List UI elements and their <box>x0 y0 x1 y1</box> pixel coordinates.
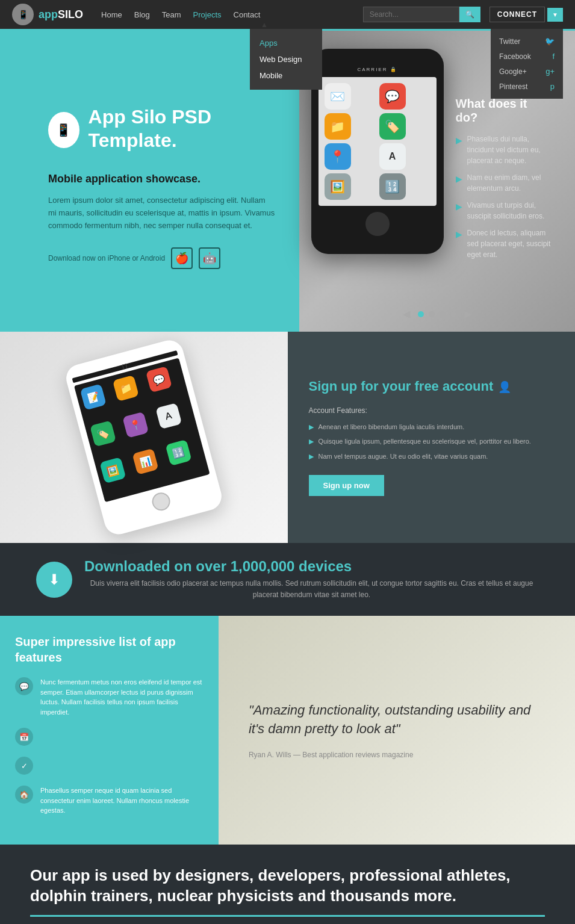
feature-row-1: 💬 Nunc fermentum metus non eros eleifend… <box>15 677 204 717</box>
ws-icon-6: A <box>155 403 182 429</box>
connect-button[interactable]: CONNECT <box>490 7 545 22</box>
acc-bullet-3: ▶ <box>309 451 314 462</box>
app-icon-maps: 📍 <box>325 143 351 170</box>
account-features-label: Account Features: <box>309 406 555 415</box>
pinterest-icon: p <box>550 82 555 91</box>
ws-icon-2: 📁 <box>113 375 139 402</box>
facebook-icon: f <box>552 52 555 61</box>
slider-next[interactable]: ▶ <box>461 308 474 320</box>
social-twitter[interactable]: Twitter 🐦 <box>491 34 563 49</box>
slider-dot-2[interactable] <box>429 311 435 317</box>
hero-subtitle: Mobile application showcase. <box>48 173 275 185</box>
hero-feature-1: ▶ Phasellus dui nulla, tincidunt vel dic… <box>456 134 551 166</box>
ws-icon-5: 📍 <box>122 412 149 438</box>
feature-row-3: ✓ <box>15 757 204 775</box>
acc-bullet-1: ▶ <box>309 422 314 432</box>
nav-team[interactable]: Team <box>162 10 181 19</box>
hero-feature-4: ▶ Donec id lectus, aliquam sed placerat … <box>456 228 551 260</box>
app-icon-msg: 💬 <box>379 83 406 110</box>
white-phone-home <box>150 491 172 513</box>
bullet-icon-1: ▶ <box>456 134 462 147</box>
ws-icon-4: 🏷️ <box>90 420 116 447</box>
hero-phone-mockup: CARRIER 🔒 ✉️ 💬 📁 🏷️ 📍 A 🖼️ 🔢 <box>311 49 444 254</box>
account-feature-1: ▶ Aenean et libero bibendum ligula iacul… <box>309 422 555 432</box>
search-input[interactable] <box>363 7 459 22</box>
download-banner-title: Downloaded on over 1,000,000 devices <box>84 558 539 575</box>
app-icon-files: 📁 <box>325 113 351 140</box>
logo-icon: 📱 <box>12 4 34 25</box>
social-pinterest[interactable]: Pinterest p <box>491 79 563 94</box>
nav-contact[interactable]: Contact <box>234 10 261 19</box>
connect-dropdown-menu: Twitter 🐦 Facebook f Google+ g+ Pinteres… <box>491 29 563 99</box>
features-quote-section: Super impressive list of app features 💬 … <box>0 616 575 845</box>
search-area: 🔍 <box>363 7 480 22</box>
free-account-section: ⎡⎤ 📝 📁 💬 🏷️ 📍 A 🖼️ 📊 🔢 Sign up for your … <box>0 332 575 543</box>
bullet-icon-3: ▶ <box>456 200 462 213</box>
ws-icon-3: 💬 <box>145 366 172 392</box>
hero-feature-3: ▶ Vivamus ut turpis dui, suscipit sollic… <box>456 200 551 222</box>
signup-box: Sign up for your free account 👤 Account … <box>288 332 576 543</box>
android-icon[interactable]: 🤖 <box>199 247 220 269</box>
features-title: Super impressive list of app features <box>15 634 204 665</box>
phone-showcase: ⎡⎤ 📝 📁 💬 🏷️ 📍 A 🖼️ 📊 🔢 <box>0 332 288 543</box>
dropdown-mobile[interactable]: Mobile <box>250 67 322 84</box>
nav-home[interactable]: Home <box>101 10 122 19</box>
apple-icon[interactable]: 🍎 <box>171 247 193 269</box>
app-icon-mail: ✉️ <box>325 83 351 110</box>
signup-button[interactable]: Sign up now <box>309 475 384 496</box>
bullet-icon-2: ▶ <box>456 173 462 185</box>
app-icon-photos: 🖼️ <box>325 173 351 200</box>
download-banner: ⬇ Downloaded on over 1,000,000 devices D… <box>0 543 575 616</box>
dropdown-webdesign[interactable]: Web Design <box>250 51 322 67</box>
phone-home-button <box>365 212 390 236</box>
connect-dropdown-toggle[interactable]: ▼ <box>547 8 563 22</box>
hero-feature-2: ▶ Nam eu enim diam, vel elementum arcu. <box>456 172 551 194</box>
hero-body-text: Lorem ipsum dolor sit amet, consectetur … <box>48 194 275 232</box>
white-phone-screen: 📝 📁 💬 🏷️ 📍 A 🖼️ 📊 🔢 <box>74 358 210 503</box>
dropdown-apps[interactable]: Apps <box>250 35 322 51</box>
account-feature-3: ▶ Nam vel tempus augue. Ut eu odio elit,… <box>309 451 555 462</box>
app-icon-calc: 🔢 <box>379 173 406 200</box>
calendar-icon: 📅 <box>15 728 33 746</box>
download-banner-text: Downloaded on over 1,000,000 devices Dui… <box>84 558 539 601</box>
nav-blog[interactable]: Blog <box>134 10 150 19</box>
feature-text-4: Phasellus semper neque id quam lacinia s… <box>40 786 204 816</box>
users-banner: Our app is used by designers, developers… <box>0 845 575 924</box>
ws-icon-8: 📊 <box>132 448 159 475</box>
quote-text: "Amazing functionality, outstanding usab… <box>249 701 545 739</box>
logo-area[interactable]: 📱 appSILO <box>12 4 83 25</box>
download-banner-subtitle: Duis viverra elit facilisis odio placera… <box>84 578 539 601</box>
phone-screen: ✉️ 💬 📁 🏷️ 📍 A 🖼️ 🔢 <box>319 77 437 206</box>
carrier-text: CARRIER 🔒 <box>319 67 437 72</box>
social-facebook[interactable]: Facebook f <box>491 49 563 64</box>
logo-text: appSILO <box>39 8 83 21</box>
quote-content: "Amazing functionality, outstanding usab… <box>219 677 575 783</box>
chat-icon: 💬 <box>15 677 33 695</box>
app-icon-text: A <box>379 143 406 170</box>
users-banner-title: Our app is used by designers, developers… <box>30 866 545 907</box>
ws-icon-1: 📝 <box>79 383 106 410</box>
slider-prev[interactable]: ◀ <box>400 308 413 320</box>
social-googleplus[interactable]: Google+ g+ <box>491 64 563 79</box>
white-phone-mockup: ⎡⎤ 📝 📁 💬 🏷️ 📍 A 🖼️ 📊 🔢 <box>63 337 225 538</box>
nav-projects[interactable]: Projects <box>193 10 222 19</box>
slider-dot-3[interactable] <box>440 311 446 317</box>
features-left: Super impressive list of app features 💬 … <box>0 616 219 845</box>
quote-section: "Amazing functionality, outstanding usab… <box>219 616 575 845</box>
feature-text-1: Nunc fermentum metus non eros eleifend i… <box>40 677 204 717</box>
hero-download-area: Download now on iPhone or Android 🍎 🤖 <box>48 247 275 269</box>
hero-right-title: What does it do? <box>456 97 551 125</box>
navbar: 📱 appSILO Home Blog Team Projects Contac… <box>0 0 575 29</box>
signup-user-icon: 👤 <box>498 380 511 394</box>
slider-dot-1[interactable] <box>418 311 424 317</box>
hero-logo-circle: 📱 <box>48 112 79 148</box>
search-button[interactable]: 🔍 <box>459 7 480 22</box>
ws-icon-9: 🔢 <box>165 439 191 466</box>
quote-author: Ryan A. Wills — Best application reviews… <box>249 751 545 759</box>
download-icon: ⬇ <box>36 562 72 598</box>
signup-title: Sign up for your free account <box>309 379 494 394</box>
googleplus-icon: g+ <box>545 67 555 76</box>
slider-dot-4[interactable] <box>450 311 456 317</box>
hero-phone-icon: 📱 <box>56 123 71 137</box>
hero-download-text: Download now on iPhone or Android <box>48 254 165 262</box>
